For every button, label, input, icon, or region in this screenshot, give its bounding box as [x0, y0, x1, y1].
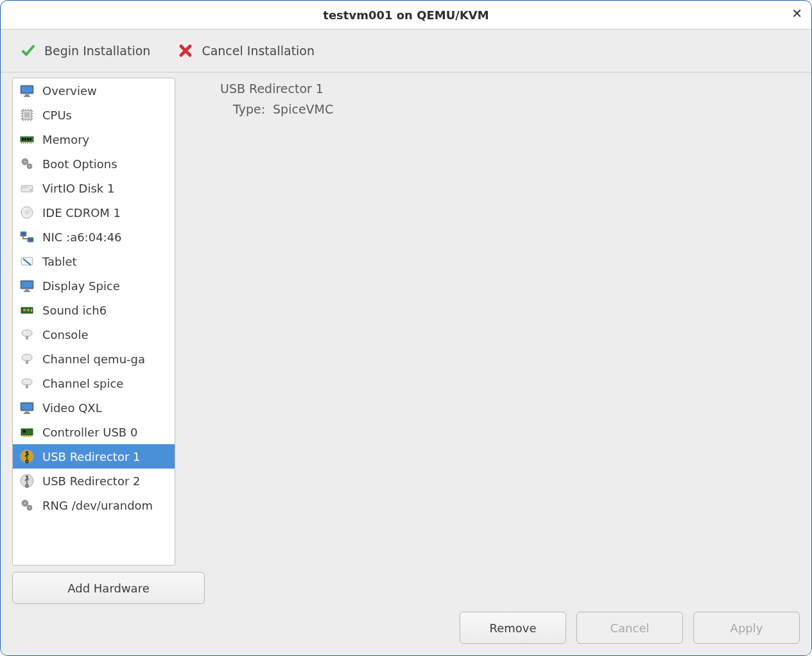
cancel-installation-button[interactable]: Cancel Installation	[173, 39, 318, 63]
svg-rect-55	[26, 360, 28, 364]
svg-rect-62	[22, 435, 24, 437]
nic-icon	[18, 228, 36, 246]
remove-label: Remove	[489, 621, 536, 635]
sidebar-item[interactable]: Video QXL	[13, 395, 175, 420]
svg-rect-37	[21, 186, 33, 192]
sidebar-item-label: Console	[42, 328, 88, 341]
svg-rect-48	[25, 289, 29, 291]
svg-point-52	[27, 309, 30, 311]
sidebar-item-label: NIC :a6:04:46	[42, 230, 122, 244]
apply-label: Apply	[730, 621, 763, 635]
window-chrome: Begin Installation Cancel Installation O…	[1, 30, 811, 655]
svg-rect-65	[28, 435, 30, 437]
sidebar-item-label: Overview	[42, 84, 97, 98]
svg-point-36	[29, 166, 31, 168]
sidebar-item-label: USB Redirector 2	[42, 474, 141, 488]
svg-point-51	[23, 309, 26, 311]
hardware-sidebar[interactable]: OverviewCPUsMemoryBoot OptionsVirtIO Dis…	[12, 78, 175, 565]
footer: Remove Cancel Apply	[1, 604, 811, 655]
sidebar-item[interactable]: Channel spice	[13, 371, 175, 395]
sidebar-item-label: CPUs	[42, 108, 72, 122]
svg-rect-3	[24, 96, 30, 97]
monitor-icon	[18, 82, 36, 99]
svg-rect-5	[24, 112, 30, 117]
sidebar-item[interactable]: CPUs	[13, 103, 175, 127]
cancel-button[interactable]: Cancel	[576, 612, 683, 644]
add-hardware-label: Add Hardware	[67, 582, 149, 595]
usb-icon	[18, 447, 36, 465]
sidebar-item[interactable]: Overview	[13, 78, 175, 103]
cancel-label: Cancel	[610, 621, 650, 635]
sidebar-item[interactable]: Memory	[13, 127, 175, 151]
sidebar-item-label: Memory	[42, 133, 89, 146]
cancel-installation-label: Cancel Installation	[202, 44, 315, 58]
check-icon	[20, 42, 37, 59]
sidebar-item-label: RNG /dev/urandom	[42, 499, 153, 512]
sidebar-item-label: Channel qemu-ga	[42, 352, 145, 366]
monitor-icon	[18, 399, 36, 417]
sidebar-item[interactable]: Channel qemu-ga	[13, 347, 175, 371]
sidebar-item-label: Tablet	[42, 255, 77, 268]
sidebar-item[interactable]: VirtIO Disk 1	[13, 176, 175, 200]
sidebar-item[interactable]: USB Redirector 1	[13, 444, 175, 469]
svg-rect-58	[22, 404, 32, 410]
svg-rect-30	[27, 142, 28, 144]
sidebar-item[interactable]: Console	[13, 322, 175, 347]
svg-point-38	[30, 189, 32, 191]
sidebar-item-label: Sound ich6	[42, 304, 107, 317]
sidebar-item[interactable]: Boot Options	[13, 151, 175, 176]
svg-rect-28	[23, 142, 24, 144]
detail-type-value: SpiceVMC	[273, 102, 333, 116]
cdrom-icon	[18, 203, 36, 221]
cpu-icon	[18, 106, 36, 124]
apply-button[interactable]: Apply	[693, 612, 800, 644]
disk-icon	[18, 179, 36, 197]
sidebar-item-label: Controller USB 0	[42, 426, 137, 439]
svg-rect-26	[30, 138, 31, 141]
cancel-x-icon	[177, 42, 194, 59]
svg-rect-60	[24, 413, 30, 414]
svg-rect-47	[22, 282, 32, 288]
svg-rect-59	[25, 411, 29, 413]
sidebar-item-label: Channel spice	[42, 377, 123, 390]
memory-icon	[18, 130, 36, 148]
serial-icon	[18, 350, 36, 368]
begin-installation-button[interactable]: Begin Installation	[16, 39, 154, 63]
svg-rect-43	[28, 237, 33, 242]
svg-rect-32	[31, 142, 32, 144]
sidebar-item[interactable]: RNG /dev/urandom	[13, 493, 175, 517]
sidebar-item[interactable]: Display Spice	[13, 273, 175, 298]
detail-type-label: Type:	[233, 102, 265, 116]
serial-icon	[18, 374, 36, 392]
svg-rect-67	[23, 430, 26, 433]
gears-icon	[18, 155, 36, 173]
sidebar-item-label: USB Redirector 1	[42, 450, 141, 463]
svg-point-71	[24, 502, 26, 505]
svg-rect-66	[30, 435, 31, 437]
sidebar-item[interactable]: Tablet	[13, 249, 175, 273]
svg-rect-63	[24, 435, 26, 437]
sidebar-item-label: IDE CDROM 1	[42, 206, 121, 220]
sidebar-item[interactable]: USB Redirector 2	[13, 469, 175, 493]
body: OverviewCPUsMemoryBoot OptionsVirtIO Dis…	[1, 73, 811, 604]
sidebar-item-label: Display Spice	[42, 279, 120, 293]
svg-rect-42	[21, 232, 26, 236]
add-hardware-button[interactable]: Add Hardware	[12, 572, 205, 604]
monitor-icon	[18, 277, 36, 295]
sidebar-item[interactable]: Sound ich6	[13, 298, 175, 322]
usb-icon	[18, 472, 36, 490]
close-icon[interactable]: ✕	[791, 7, 802, 20]
sidebar-item[interactable]: Controller USB 0	[13, 420, 175, 444]
svg-rect-23	[22, 138, 24, 141]
svg-point-34	[24, 160, 26, 163]
serial-icon	[18, 325, 36, 343]
pci-icon	[18, 423, 36, 441]
sidebar-item[interactable]: NIC :a6:04:46	[13, 225, 175, 249]
sidebar-item[interactable]: IDE CDROM 1	[13, 200, 175, 225]
svg-rect-53	[31, 309, 32, 312]
svg-rect-61	[21, 429, 33, 435]
detail-pane: USB Redirector 1 Type: SpiceVMC	[216, 78, 800, 604]
svg-rect-31	[29, 142, 30, 144]
remove-button[interactable]: Remove	[460, 612, 566, 644]
svg-rect-24	[24, 138, 26, 141]
